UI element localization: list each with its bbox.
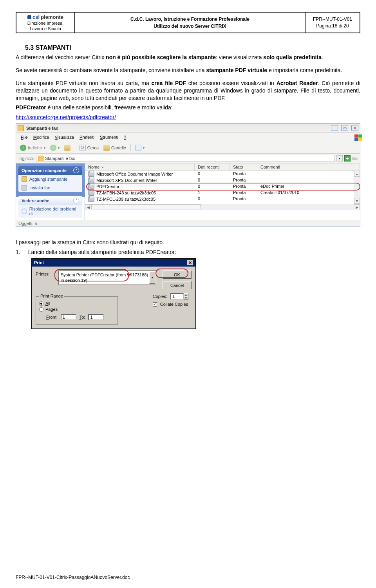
chevron-down-icon[interactable]: ▾ [149,272,155,284]
checkbox-icon: ✓ [153,302,157,307]
go-button[interactable]: ➜Vai [344,155,358,162]
printer-value: System Printer (PDFCreator (from WI17318… [61,272,148,283]
minimize-button[interactable]: _ [331,125,338,131]
printer-select[interactable]: System Printer (PDFCreator (from WI17318… [58,270,156,285]
maximize-button[interactable]: ▭ [341,125,348,131]
printer-icon [88,171,94,177]
collate-checkbox[interactable]: ✓ Collate Copies [153,302,188,307]
close-button[interactable]: ✕ [187,260,193,265]
address-dropdown[interactable]: ▾ [336,155,343,162]
doc-header: csipiemonte Direzione Impresa, Lavoro e … [16,12,360,33]
header-title-cell: C.d.C. Lavoro, Istruzione e Formazione P… [75,12,305,33]
list-item[interactable]: TZ-MFBN-243 su tazw2k3dc05 1 Pronta Crea… [85,190,354,196]
address-field[interactable]: Stampanti e fax [36,155,335,162]
printer-icon [88,184,94,189]
radio-pages[interactable]: Pages [39,307,114,312]
explorer-main: Nome ▲ Dati recenti Stato Commenti Micro… [85,163,360,220]
explorer-menubar: File Modifica Visualizza Preferiti Strum… [16,132,360,142]
column-headers[interactable]: Nome ▲ Dati recenti Stato Commenti [85,163,360,171]
scroll-up-icon[interactable]: ▲ [354,171,360,177]
from-label: From: [46,315,58,319]
para-3: Una stampante PDF virtuale non lavora su… [16,80,360,102]
search-button[interactable]: Cerca [78,144,100,152]
doc-id: FPR--MUT-01-V01 [308,16,357,23]
pdfcreator-link[interactable]: http://sourceforge.net/projects/pdfcreat… [16,114,116,120]
copies-label: Copies: [153,294,167,299]
printer-icon [88,196,94,202]
address-label: Indirizzo [18,156,34,161]
header-docinfo-cell: FPR--MUT-01-V01 Pagina 18 di 20 [305,12,360,33]
spin-up-icon[interactable]: ▴ [184,293,188,296]
windows-flag-icon [350,134,358,141]
printer-label: Printer: [36,270,55,276]
folders-button[interactable]: Cartelle [102,144,128,152]
list-item[interactable]: TZ-MFCL-209 su tazw2k3dc05 0 Pronta [85,196,354,202]
views-button[interactable]: ▾ [134,144,146,152]
help-icon [22,209,27,214]
back-button[interactable]: Indietro ▾ [18,144,47,152]
menu-file[interactable]: File [18,134,30,140]
up-icon [64,145,70,151]
scroll-thumb[interactable] [91,204,201,209]
close-button[interactable]: ✕ [351,125,358,131]
menu-modifica[interactable]: Modifica [31,134,52,140]
spin-down-icon[interactable]: ▾ [184,296,188,299]
list-item[interactable]: Microsoft XPS Document Writer 0 Pronta [85,177,354,183]
print-titlebar[interactable]: Print ✕ [32,259,195,267]
para-6: 1. Lancio della stampa sulla stampante p… [16,249,360,256]
search-icon [80,145,86,151]
to-label: To: [80,315,85,319]
explorer-statusbar: Oggetti: 5 [16,220,360,227]
sidebar-ops-header[interactable]: Operazioni stampante˄ [18,166,82,175]
scroll-down-icon[interactable]: ▼ [354,198,360,204]
back-icon [20,145,26,151]
page-info: Pagina 18 di 20 [308,23,357,29]
list-item-pdfcreator[interactable]: PDFCreator 0 Pronta eDoc Printer [85,183,354,190]
folders-icon [103,145,110,151]
menu-help[interactable]: ? [121,134,128,140]
copies-input[interactable]: 1 [170,293,184,299]
sidebar-troubleshoot[interactable]: Risoluzione dei problemi di [18,205,82,218]
explorer-title: Stampanti e fax [26,126,328,131]
copies-stepper[interactable]: 1 ▴▾ [170,293,188,299]
forward-button[interactable]: ▾ [49,144,61,152]
go-arrow-icon: ➜ [344,155,351,162]
logo-brand2: piemonte [41,14,63,20]
section-heading: 5.3 STAMPANTI [25,44,360,51]
chevron-up-icon: ˄ [73,198,79,203]
fax-icon [22,185,27,191]
explorer-titlebar[interactable]: Stampanti e fax _ ▭ ✕ [16,124,360,132]
views-icon [135,145,141,151]
vertical-scrollbar[interactable]: ▲ ▼ [354,171,360,204]
header-title-line1: C.d.C. Lavoro, Istruzione e Formazione P… [78,16,302,23]
menu-visualizza[interactable]: Visualizza [52,134,76,140]
address-icon [38,156,43,161]
up-button[interactable] [63,144,72,152]
doc-footer: FPR--MUT-01-V01-Citrix-PassaggioANuovoSe… [16,573,360,580]
pdfcreator-link-row: http://sourceforge.net/projects/pdfcreat… [16,114,360,121]
print-title-text: Print [34,260,44,265]
sidebar-add-printer[interactable]: Aggiungi stampante [18,175,82,183]
cancel-button[interactable]: Cancel [163,281,192,289]
from-input[interactable]: 1 [61,314,76,320]
sidebar-install-fax[interactable]: Installa fax [18,183,82,192]
para-2: Se avete necessità di cambiare sovente l… [16,67,360,74]
list-item[interactable]: Microsoft Office Document Image Writer 0… [85,171,354,177]
logo-mark [27,15,31,19]
scroll-left-icon[interactable]: ◀ [85,204,91,210]
explorer-window: Stampanti e fax _ ▭ ✕ File Modifica Visu… [16,123,360,227]
ok-button[interactable]: OK [163,270,192,279]
radio-icon [39,301,43,306]
print-dialog: Print ✕ Printer: System Printer (PDFCrea… [31,258,196,329]
para-4: PDFCreator è una delle scelte possibili,… [16,104,360,111]
scroll-right-icon[interactable]: ▶ [354,204,360,210]
to-input[interactable]: 1 [88,314,104,320]
sidebar-also-header[interactable]: Vedere anche˄ [18,196,82,205]
logo-brand1: csi [33,14,40,20]
radio-all[interactable]: All [39,301,114,306]
menu-strumenti[interactable]: Strumenti [98,134,121,140]
printer-icon [88,190,94,196]
menu-preferiti[interactable]: Preferiti [77,134,97,140]
horizontal-scrollbar[interactable]: ◀ ▶ [85,204,360,210]
forward-icon [50,145,56,151]
